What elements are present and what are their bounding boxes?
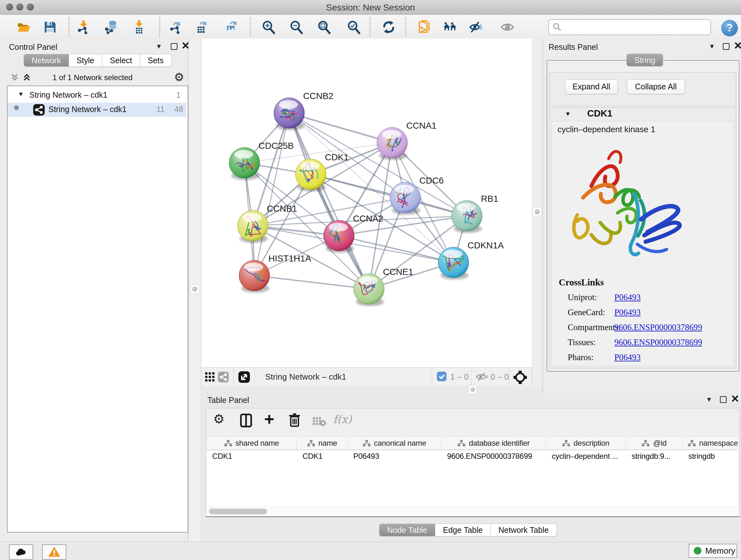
network-view-share-icon[interactable] bbox=[218, 372, 229, 382]
table-cell[interactable]: P06493 bbox=[347, 450, 441, 462]
collapse-all-chevron-icon[interactable] bbox=[10, 72, 20, 82]
network-edge[interactable] bbox=[289, 113, 392, 143]
column-header-namespace[interactable]: namespace bbox=[683, 437, 738, 449]
bottom-splitter-handle[interactable] bbox=[468, 385, 477, 394]
control-panel-maximize-icon[interactable] bbox=[171, 43, 178, 50]
table-cell[interactable]: cyclin–dependent ... bbox=[546, 450, 626, 462]
column-header-canonical-name[interactable]: canonical name bbox=[347, 437, 441, 449]
collapse-all-button[interactable]: Collapse All bbox=[627, 79, 685, 94]
import-network-database-icon[interactable] bbox=[104, 20, 118, 34]
results-panel-close-icon[interactable]: ✕ bbox=[734, 42, 741, 50]
crosshair-icon[interactable] bbox=[513, 370, 528, 385]
table-row[interactable]: CDK1CDK1P064939606.ENSP00000378699cyclin… bbox=[206, 450, 738, 462]
network-graph[interactable]: CCNB2CCNA1CDC25BCDK1CDC6RB1CCNB1CCNA2CDK… bbox=[201, 39, 532, 367]
delete-column-trash-icon[interactable] bbox=[288, 413, 300, 428]
column-header-name[interactable]: name bbox=[297, 437, 347, 449]
tree-expander-icon[interactable]: ▼ bbox=[18, 91, 24, 98]
open-session-icon[interactable] bbox=[17, 20, 31, 34]
table-gear-icon[interactable]: ⚙ bbox=[213, 412, 225, 426]
table-cell[interactable]: stringdb:9... bbox=[626, 450, 683, 462]
left-splitter-handle[interactable] bbox=[190, 285, 199, 294]
network-collection-row[interactable]: ▼ String Network – cdk1 1 bbox=[8, 89, 186, 103]
apply-layout-refresh-icon[interactable] bbox=[382, 20, 396, 34]
network-node-ccna1[interactable] bbox=[377, 127, 408, 160]
table-cell[interactable]: CDK1 bbox=[297, 450, 347, 462]
add-column-icon[interactable]: + bbox=[264, 409, 274, 429]
grid-view-icon[interactable] bbox=[205, 372, 215, 382]
crosslink-value-link[interactable]: P06493 bbox=[614, 293, 641, 302]
import-table-icon[interactable] bbox=[132, 20, 146, 34]
column-header-description[interactable]: description bbox=[546, 437, 626, 449]
selected-checkbox-icon[interactable] bbox=[437, 372, 447, 381]
table-cell[interactable]: 9606.ENSP00000378699 bbox=[441, 450, 546, 462]
export-network-icon[interactable] bbox=[169, 20, 183, 34]
crosslink-value-link[interactable]: P06493 bbox=[614, 307, 641, 317]
expand-all-button[interactable]: Expand All bbox=[565, 79, 618, 94]
search-input[interactable] bbox=[564, 21, 706, 33]
tab-network-table[interactable]: Network Table bbox=[491, 523, 557, 537]
table-cell[interactable]: stringdb bbox=[683, 450, 738, 462]
left-splitter[interactable] bbox=[189, 39, 201, 541]
crosslink-value-link[interactable]: P06493 bbox=[614, 353, 641, 362]
session-documents-icon[interactable] bbox=[417, 20, 431, 34]
houses-icon[interactable] bbox=[443, 20, 457, 34]
zoom-selected-icon[interactable] bbox=[347, 20, 360, 34]
network-node-cdc6[interactable] bbox=[390, 182, 421, 215]
network-canvas[interactable]: CCNB2CCNA1CDC25BCDK1CDC6RB1CCNB1CCNA2CDK… bbox=[201, 39, 532, 367]
table-cell[interactable]: CDK1 bbox=[206, 450, 297, 462]
network-edge[interactable] bbox=[254, 113, 289, 275]
memory-button[interactable]: Memory bbox=[689, 544, 737, 558]
export-image-icon[interactable] bbox=[224, 20, 239, 34]
network-node-ccna2[interactable] bbox=[324, 220, 354, 253]
network-node-rb1[interactable] bbox=[452, 200, 482, 233]
right-splitter[interactable] bbox=[532, 39, 542, 393]
import-network-file-icon[interactable] bbox=[76, 20, 90, 34]
column-header-database-identifier[interactable]: database identifier bbox=[441, 437, 546, 449]
warning-button[interactable] bbox=[42, 544, 66, 560]
hidden-eye-slash-icon[interactable] bbox=[475, 372, 488, 381]
tab-node-table[interactable]: Node Table bbox=[379, 523, 435, 537]
network-node-cdkn1a[interactable] bbox=[438, 247, 469, 280]
help-button[interactable]: ? bbox=[721, 20, 738, 37]
results-panel-float-icon[interactable]: ▼ bbox=[709, 43, 715, 50]
network-node-cdk1[interactable] bbox=[295, 159, 326, 192]
open-in-window-icon[interactable] bbox=[239, 371, 250, 383]
network-node-hist1h1a[interactable] bbox=[239, 260, 270, 293]
search-field[interactable] bbox=[548, 19, 711, 35]
protein-expander-icon[interactable]: ▼ bbox=[565, 111, 571, 118]
show-columns-icon[interactable] bbox=[240, 414, 252, 428]
save-session-icon[interactable] bbox=[43, 20, 57, 34]
results-panel-maximize-icon[interactable] bbox=[723, 43, 730, 50]
network-node-ccnb1[interactable] bbox=[238, 210, 268, 243]
table-panel-maximize-icon[interactable] bbox=[720, 396, 727, 403]
control-panel-float-icon[interactable]: ▼ bbox=[156, 43, 162, 50]
right-splitter-handle[interactable] bbox=[533, 207, 542, 216]
column-header--id[interactable]: @id bbox=[626, 437, 683, 449]
network-node-cdc25b[interactable] bbox=[229, 147, 260, 180]
table-panel-close-icon[interactable]: ✕ bbox=[731, 395, 739, 403]
crosslink-value-link[interactable]: 9606.ENSP00000378699 bbox=[614, 337, 702, 348]
zoom-out-icon[interactable] bbox=[289, 20, 303, 34]
tab-network[interactable]: Network bbox=[23, 54, 69, 67]
network-edge[interactable] bbox=[254, 275, 369, 289]
cloud-button[interactable] bbox=[9, 544, 33, 560]
tab-string[interactable]: String bbox=[626, 54, 663, 66]
column-header-shared-name[interactable]: shared name bbox=[206, 437, 297, 449]
tab-select[interactable]: Select bbox=[102, 54, 140, 67]
tab-sets[interactable]: Sets bbox=[140, 54, 172, 67]
table-panel-float-icon[interactable]: ▼ bbox=[706, 396, 712, 403]
network-node-ccne1[interactable] bbox=[354, 273, 384, 306]
eye-slash-icon[interactable] bbox=[469, 20, 483, 34]
zoom-in-icon[interactable] bbox=[261, 20, 275, 34]
table-hscrollbar-thumb[interactable] bbox=[209, 509, 267, 514]
network-node-ccnb2[interactable] bbox=[274, 98, 305, 130]
network-options-gear-icon[interactable]: ⚙ bbox=[174, 71, 184, 84]
network-row-selected[interactable]: String Network – cdk1 11 48 bbox=[8, 103, 186, 117]
tab-style[interactable]: Style bbox=[69, 54, 103, 67]
tab-edge-table[interactable]: Edge Table bbox=[435, 523, 491, 537]
export-table-icon[interactable] bbox=[195, 20, 209, 34]
expand-all-chevron-icon[interactable] bbox=[22, 72, 32, 82]
zoom-fit-icon[interactable] bbox=[317, 20, 331, 34]
table-hscrollbar[interactable] bbox=[206, 507, 738, 516]
crosslink-value-link[interactable]: 9606.ENSP00000378699 bbox=[614, 322, 702, 332]
